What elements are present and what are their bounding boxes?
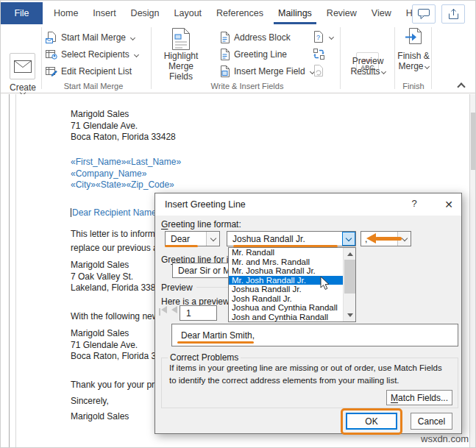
previous-record-arrow-icon: [171, 306, 177, 313]
doc-line: Boca Raton, Florida 334: [71, 351, 166, 363]
annotation-arrow-punctuation: [366, 233, 402, 243]
dialog-title: Insert Greeting Line: [165, 199, 246, 210]
insert-greeting-line-dialog: Insert Greeting Line ? ✕ Greeting line f…: [154, 193, 462, 434]
doc-paragraph: Marigold Sales7 Oak Valley St.Lakeland, …: [71, 260, 166, 294]
dialog-help-button[interactable]: ?: [408, 198, 421, 211]
doc-line: «First_Name»«Last_Name»: [71, 157, 181, 168]
doc-line: Marigold Sales: [71, 260, 166, 271]
doc-paragraph: «First_Name»«Last_Name»«Company_Name»«Ci…: [71, 157, 181, 191]
dropdown-item[interactable]: Mr. and Mrs. Randall: [229, 257, 344, 267]
correct-problems-text-line2: to identify the correct address elements…: [169, 376, 399, 385]
doc-paragraph: Marigold Sales71 Glendale Ave.Boca Raton…: [71, 328, 166, 363]
correct-problems-label: Correct Problems: [168, 352, 241, 363]
dropdown-item[interactable]: Josh and Cynthia Randall: [229, 313, 344, 322]
doc-line: Lakeland, Florida 33801: [71, 282, 166, 294]
chevron-down-icon: [346, 235, 352, 241]
doc-line: Dear Recipient Name,: [71, 207, 159, 219]
annotation-rect-ok: [341, 408, 402, 435]
salutation-value: Dear: [171, 234, 190, 244]
greeting-line-format-label: Greeting line format:: [161, 219, 241, 230]
name-format-combo-dropdown-button[interactable]: [342, 232, 355, 246]
dropdown-item[interactable]: Joshua and Cynthia Randall: [229, 303, 344, 313]
doc-paragraph: This letter is to inform yreplace our pr…: [71, 227, 163, 255]
cancel-button[interactable]: Cancel: [411, 413, 452, 430]
doc-line: 71 Glendale Ave.: [71, 121, 176, 132]
invalid-names-value: Dear Sir or Ma: [178, 266, 235, 276]
listbox-scrollbar-thumb[interactable]: [344, 260, 355, 294]
first-record-arrow-icon: [161, 306, 167, 313]
doc-line: Boca Raton, Florida 33428: [71, 132, 176, 143]
doc-paragraph: Sincerely,: [71, 396, 109, 408]
annotation-underline-name-format: [233, 245, 338, 247]
doc-paragraph: Marigold Sales: [71, 411, 129, 423]
doc-line: With the following new: [71, 311, 158, 323]
scroll-up-icon[interactable]: [347, 252, 353, 256]
mouse-cursor: [320, 276, 330, 291]
annotation-underline-salutation: [165, 245, 198, 247]
doc-line: This letter is to inform y: [71, 227, 163, 241]
match-fields-button[interactable]: Match Fields...: [386, 390, 452, 405]
doc-line: «Company_Name»: [71, 168, 181, 180]
name-format-listbox[interactable]: Mr. RandallMr. and Mrs. RandallMr. Joshu…: [228, 247, 356, 322]
greeting-preview-text: Dear Martin Smith,: [181, 330, 255, 341]
invalid-names-combo[interactable]: Dear Sir or Ma: [172, 263, 235, 278]
doc-paragraph: Thank you for your pror: [71, 380, 163, 391]
scrollbar-thumb[interactable]: [471, 113, 476, 170]
scroll-down-icon[interactable]: [347, 313, 353, 317]
annotation-underline-preview: [177, 341, 254, 344]
dropdown-item[interactable]: Josh Randall Jr.: [229, 294, 344, 304]
doc-line: Sincerely,: [71, 396, 109, 408]
listbox-scrollbar[interactable]: [343, 248, 355, 321]
record-number-input[interactable]: 1: [180, 305, 217, 321]
preview-group-label: Preview: [161, 282, 193, 293]
doc-paragraph: Marigold Sales71 Glendale Ave.Boca Raton…: [71, 109, 176, 143]
word-window: File HomeInsertDesignLayoutReferencesMai…: [0, 0, 476, 448]
text-caret: [71, 208, 71, 217]
doc-line: Marigold Sales: [71, 109, 176, 121]
chevron-down-icon: [210, 235, 216, 241]
doc-line: Thank you for your pror: [71, 380, 163, 391]
vertical-scrollbar[interactable]: [469, 94, 476, 448]
doc-line: Marigold Sales: [71, 411, 129, 423]
first-record-button: [159, 308, 160, 316]
name-format-value: Joshua Randall Jr.: [232, 234, 305, 244]
cancel-label: Cancel: [418, 416, 445, 427]
name-format-combo[interactable]: Joshua Randall Jr.: [227, 231, 356, 246]
watermark: wsxdn.com: [421, 433, 469, 444]
doc-paragraph: Dear Recipient Name,: [71, 207, 159, 219]
doc-line: «City»«State»«Zip_Code»: [71, 179, 181, 191]
correct-problems-text-line1: If items in your greeting line are missi…: [169, 363, 442, 372]
salutation-combo[interactable]: Dear: [165, 231, 220, 246]
dialog-close-button[interactable]: ✕: [440, 196, 458, 213]
doc-line: Marigold Sales: [71, 328, 166, 340]
preview-group-line: [196, 287, 228, 288]
salutation-combo-dropdown-button[interactable]: [206, 232, 219, 246]
doc-line: 71 Glendale Ave.: [71, 340, 166, 352]
doc-line: replace our previous ad: [71, 241, 163, 255]
dropdown-item[interactable]: Mr. Joshua Randall Jr.: [229, 266, 344, 276]
record-number-value: 1: [186, 308, 191, 319]
match-fields-label: Match Fields...: [391, 393, 448, 403]
doc-paragraph: With the following new: [71, 311, 158, 323]
doc-line: 7 Oak Valley St.: [71, 271, 166, 283]
dropdown-item[interactable]: Mr. Randall: [229, 248, 344, 257]
